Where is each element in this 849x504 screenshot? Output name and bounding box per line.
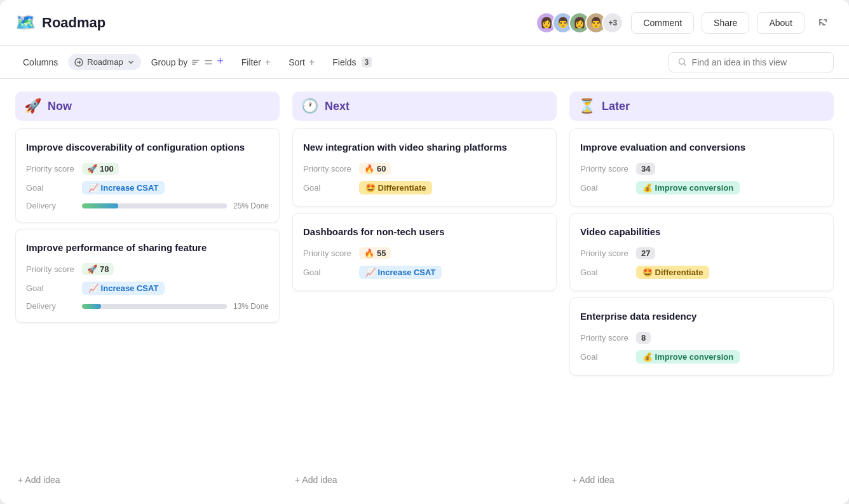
priority-label: Priority score — [580, 333, 631, 343]
priority-label: Priority score — [580, 164, 631, 174]
card-title: Enterprise data residency — [580, 310, 823, 323]
sort-button[interactable]: Sort + — [281, 53, 322, 72]
header-right: 👩 👨 👩 👨 +3 Comment Share About — [536, 12, 834, 34]
table-row[interactable]: New integration with video sharing platf… — [292, 128, 557, 207]
card-title: Improve discoverability of configuration… — [26, 140, 269, 154]
table-row[interactable]: Dashboards for non-tech users Priority s… — [292, 213, 557, 291]
goal-badge: 💰 Improve conversion — [636, 181, 740, 194]
group-by-button[interactable]: Group by + — [144, 52, 231, 72]
goal-label: Goal — [580, 352, 631, 362]
now-cards: Improve discoverability of configuration… — [15, 128, 280, 463]
next-title: Next — [325, 100, 350, 113]
columns-button[interactable]: Columns — [15, 53, 65, 71]
app-title: 🗺️ Roadmap — [15, 13, 536, 32]
table-row[interactable]: Video capabilities Priority score 27 Goa… — [569, 213, 834, 291]
priority-label: Priority score — [580, 249, 631, 258]
priority-row: Priority score 🔥 60 — [303, 163, 546, 175]
toolbar: Columns Roadmap Group by + Filter + Sort… — [0, 46, 849, 79]
score-badge: 8 — [636, 332, 651, 344]
goal-badge: 💰 Improve conversion — [636, 350, 740, 364]
add-idea-later[interactable]: + Add idea — [569, 468, 834, 491]
next-cards: New integration with video sharing platf… — [292, 128, 557, 463]
priority-row: Priority score 🚀 100 — [26, 163, 269, 175]
next-emoji: 🕐 — [301, 98, 318, 114]
priority-row: Priority score 8 — [580, 332, 823, 344]
board: 🚀 Now Improve discoverability of configu… — [0, 79, 849, 504]
add-idea-next[interactable]: + Add idea — [292, 468, 557, 491]
goal-badge: 📈 Increase CSAT — [82, 181, 165, 194]
goal-badge: 🤩 Differentiate — [636, 266, 709, 279]
avatar-more[interactable]: +3 — [602, 12, 623, 34]
goal-row: Goal 🤩 Differentiate — [580, 266, 823, 279]
priority-row: Priority score 34 — [580, 163, 823, 175]
fields-badge: 3 — [362, 57, 372, 67]
score-badge: 27 — [636, 247, 655, 259]
goal-label: Goal — [303, 183, 354, 193]
card-title: New integration with video sharing platf… — [303, 140, 546, 154]
share-button[interactable]: Share — [702, 12, 749, 34]
search-box[interactable] — [669, 52, 834, 72]
goal-badge: 📈 Increase CSAT — [359, 266, 442, 279]
later-cards: Improve evaluation and conversions Prior… — [569, 128, 834, 463]
goal-badge: 📈 Increase CSAT — [82, 282, 165, 295]
delivery-bar-fill — [82, 304, 101, 309]
delivery-pct: 13% Done — [233, 302, 269, 311]
priority-row: Priority score 🚀 78 — [26, 263, 269, 275]
search-icon — [678, 57, 687, 67]
delivery-label: Delivery — [26, 301, 77, 311]
delivery-bar-bg — [82, 203, 227, 208]
card-title: Improve evaluation and conversions — [580, 140, 823, 154]
later-emoji: ⏳ — [578, 98, 595, 114]
delivery-bar-wrap: 25% Done — [82, 201, 269, 210]
score-badge: 🚀 78 — [82, 263, 114, 275]
card-title: Video capabilities — [580, 225, 823, 238]
goal-label: Goal — [580, 183, 631, 193]
add-idea-now[interactable]: + Add idea — [15, 468, 280, 491]
column-now: 🚀 Now Improve discoverability of configu… — [15, 92, 286, 491]
app-title-emoji: 🗺️ — [15, 13, 36, 32]
column-header-later: ⏳ Later — [569, 92, 834, 121]
delivery-row: Delivery 25% Done — [26, 201, 269, 210]
app-title-text: Roadmap — [42, 15, 105, 31]
column-next: 🕐 Next New integration with video sharin… — [286, 92, 563, 491]
score-badge: 🔥 55 — [359, 247, 391, 259]
header: 🗺️ Roadmap 👩 👨 👩 👨 +3 Comment Share Abou… — [0, 0, 849, 46]
now-title: Now — [48, 100, 72, 113]
now-emoji: 🚀 — [24, 98, 41, 114]
goal-row: Goal 💰 Improve conversion — [580, 350, 823, 364]
score-badge: 🚀 100 — [82, 163, 119, 175]
about-button[interactable]: About — [757, 12, 805, 34]
goal-row: Goal 💰 Improve conversion — [580, 181, 823, 194]
expand-button[interactable] — [812, 12, 834, 34]
priority-label: Priority score — [303, 249, 354, 258]
delivery-row: Delivery 13% Done — [26, 301, 269, 311]
goal-badge: 🤩 Differentiate — [359, 181, 432, 194]
roadmap-chip[interactable]: Roadmap — [68, 54, 140, 70]
priority-label: Priority score — [303, 164, 354, 174]
table-row[interactable]: Enterprise data residency Priority score… — [569, 297, 834, 376]
score-badge: 🔥 60 — [359, 163, 391, 175]
delivery-label: Delivery — [26, 201, 77, 210]
goal-row: Goal 📈 Increase CSAT — [303, 266, 546, 279]
table-row[interactable]: Improve discoverability of configuration… — [15, 128, 280, 222]
goal-row: Goal 📈 Increase CSAT — [26, 282, 269, 295]
goal-label: Goal — [26, 183, 77, 193]
goal-label: Goal — [580, 268, 631, 277]
search-input[interactable] — [692, 57, 824, 67]
column-header-next: 🕐 Next — [292, 92, 557, 121]
goal-row: Goal 📈 Increase CSAT — [26, 181, 269, 194]
column-header-now: 🚀 Now — [15, 92, 280, 121]
roadmap-chip-label: Roadmap — [87, 57, 123, 67]
filter-button[interactable]: Filter + — [234, 53, 278, 72]
later-title: Later — [602, 100, 630, 113]
priority-row: Priority score 🔥 55 — [303, 247, 546, 259]
comment-button[interactable]: Comment — [631, 12, 694, 34]
app-window: 🗺️ Roadmap 👩 👨 👩 👨 +3 Comment Share Abou… — [0, 0, 849, 504]
priority-label: Priority score — [26, 164, 77, 174]
score-badge: 34 — [636, 163, 655, 175]
priority-row: Priority score 27 — [580, 247, 823, 259]
table-row[interactable]: Improve performance of sharing feature P… — [15, 229, 280, 323]
table-row[interactable]: Improve evaluation and conversions Prior… — [569, 128, 834, 207]
delivery-bar-wrap: 13% Done — [82, 302, 269, 311]
fields-button[interactable]: Fields 3 — [325, 53, 379, 71]
